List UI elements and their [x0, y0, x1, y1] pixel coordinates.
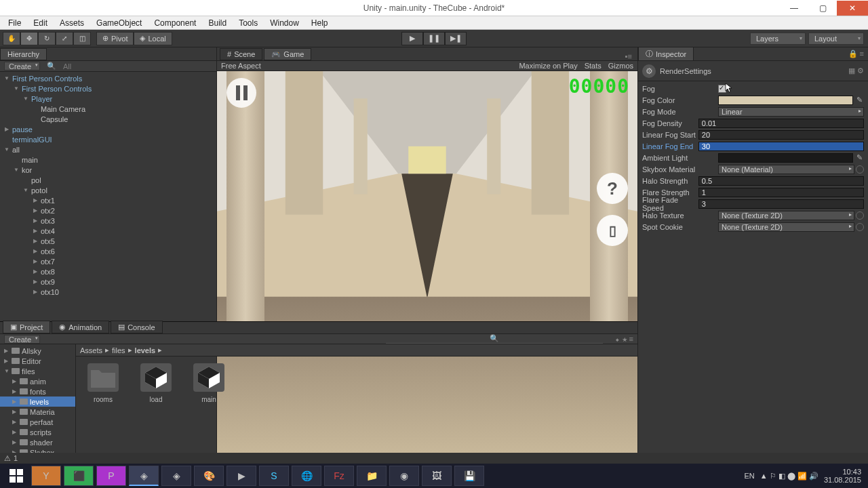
window-minimize-button[interactable]: —: [780, 1, 808, 16]
text-field[interactable]: [698, 119, 864, 128]
project-search-input[interactable]: 🔍: [386, 334, 603, 344]
tray-lang[interactable]: EN: [744, 472, 754, 480]
hierarchy-item[interactable]: ▶otx4: [0, 226, 216, 236]
hierarchy-item[interactable]: Capsule: [0, 114, 216, 124]
menu-tools[interactable]: Tools: [233, 17, 263, 29]
taskbar-filezilla[interactable]: Fz: [324, 466, 354, 486]
asset-item[interactable]: main: [189, 363, 229, 451]
layers-dropdown[interactable]: Layers: [750, 33, 806, 45]
object-field[interactable]: None (Texture 2D): [718, 222, 854, 232]
taskbar-app-1[interactable]: Y: [31, 466, 61, 486]
text-field[interactable]: [698, 142, 864, 151]
taskbar-explorer[interactable]: 📁: [357, 466, 387, 486]
start-button[interactable]: [3, 466, 30, 486]
play-button[interactable]: ▶: [401, 32, 423, 45]
local-button[interactable]: ◈Local: [134, 32, 172, 45]
color-field[interactable]: [718, 96, 853, 105]
stats-toggle[interactable]: Stats: [585, 62, 601, 70]
inspector-lock-icon[interactable]: 🔒 ≡: [848, 49, 868, 58]
project-folder-item[interactable]: ▶Allsky: [0, 346, 75, 356]
project-folder-item[interactable]: ▶fonts: [0, 386, 75, 396]
project-filter-icons[interactable]: ⬥ ★ ≡: [615, 335, 633, 343]
maximize-on-play-toggle[interactable]: Maximize on Play: [519, 62, 577, 70]
object-picker-icon[interactable]: [856, 211, 864, 220]
hierarchy-item[interactable]: ▼Player: [0, 94, 216, 104]
hierarchy-item[interactable]: ▶otx1: [0, 195, 216, 205]
hierarchy-item[interactable]: ▶otx3: [0, 216, 216, 226]
hierarchy-item[interactable]: ▶pause: [0, 124, 216, 134]
project-breadcrumb[interactable]: Assets▸ files▸ levels▸: [76, 344, 637, 357]
layout-dropdown[interactable]: Layout: [808, 33, 864, 45]
panel-menu-icon[interactable]: ▪≡: [625, 52, 632, 60]
hierarchy-item[interactable]: ▼First Person Controls: [0, 83, 216, 94]
hierarchy-create-dropdown[interactable]: Create: [4, 62, 40, 70]
hierarchy-item[interactable]: ▶otx8: [0, 266, 216, 277]
menu-file[interactable]: File: [3, 17, 26, 29]
hierarchy-item[interactable]: ▶otx10: [0, 287, 216, 297]
taskbar-app-2[interactable]: ⬛: [64, 466, 94, 486]
project-folder-item[interactable]: ▶anim: [0, 376, 75, 386]
asset-item[interactable]: load: [136, 363, 176, 451]
project-assets-grid[interactable]: roomsloadmain: [76, 357, 637, 458]
tray-clock[interactable]: 10:4331.08.2015: [824, 468, 861, 484]
project-create-dropdown[interactable]: Create: [4, 335, 40, 344]
project-folder-item[interactable]: ▶levels: [0, 396, 75, 407]
hand-tool-button[interactable]: ✋: [3, 32, 20, 45]
scale-tool-button[interactable]: ⤢: [56, 32, 73, 45]
hierarchy-item[interactable]: ▼kor: [0, 165, 216, 175]
checkbox[interactable]: [718, 85, 726, 93]
taskbar-app-6[interactable]: 🎨: [194, 466, 224, 486]
taskbar-app-9[interactable]: 🌐: [292, 466, 321, 486]
object-picker-icon[interactable]: [856, 223, 864, 231]
project-folder-item[interactable]: ▶Editor: [0, 356, 75, 366]
step-button[interactable]: ▶❚: [445, 32, 467, 45]
project-folder-item[interactable]: ▶perfaat: [0, 417, 75, 427]
hierarchy-item[interactable]: ▼First Person Controls: [0, 73, 216, 83]
tray-icons[interactable]: ▲ ⚐ ◧ ⬤ 📶 🔊: [760, 472, 818, 481]
window-maximize-button[interactable]: ▢: [808, 1, 837, 16]
taskbar-app-3[interactable]: P: [96, 466, 126, 486]
game-door-button[interactable]: ▯: [597, 215, 628, 246]
menu-help[interactable]: Help: [306, 17, 334, 29]
taskbar-skype[interactable]: S: [259, 466, 289, 486]
menu-gameobject[interactable]: GameObject: [91, 17, 147, 29]
gizmos-toggle[interactable]: Gizmos: [608, 62, 633, 70]
hierarchy-item[interactable]: terminalGUI: [0, 134, 216, 144]
scene-tab[interactable]: #Scene: [220, 48, 262, 60]
text-field[interactable]: [698, 176, 864, 186]
menu-window[interactable]: Window: [264, 17, 304, 29]
warning-icon[interactable]: ⚠: [4, 454, 11, 463]
taskbar-unity[interactable]: ◈: [129, 466, 159, 486]
hierarchy-item[interactable]: main: [0, 155, 216, 165]
hierarchy-item[interactable]: ▼all: [0, 144, 216, 155]
project-tab[interactable]: ▣ Project: [3, 321, 50, 333]
dropdown-field[interactable]: Linear: [718, 107, 864, 117]
project-folder-item[interactable]: ▶scripts: [0, 427, 75, 437]
color-field[interactable]: [718, 153, 853, 163]
eyedropper-icon[interactable]: ✎: [854, 153, 864, 162]
menu-assets[interactable]: Assets: [54, 17, 90, 29]
asset-item[interactable]: rooms: [83, 363, 123, 451]
game-tab[interactable]: 🎮Game: [264, 48, 311, 60]
component-help-icon[interactable]: ▦ ⚙: [848, 66, 864, 75]
project-folder-item[interactable]: ▶Materia: [0, 407, 75, 417]
text-field[interactable]: [698, 199, 864, 209]
pause-button[interactable]: ❚❚: [423, 32, 445, 45]
taskbar-app-14[interactable]: 💾: [454, 466, 484, 486]
rect-tool-button[interactable]: ◫: [73, 32, 91, 45]
game-pause-button[interactable]: [226, 78, 256, 108]
taskbar-app-7[interactable]: ▶: [226, 466, 256, 486]
pivot-button[interactable]: ⊕Pivot: [96, 32, 134, 45]
hierarchy-item[interactable]: ▶otx9: [0, 277, 216, 287]
taskbar-app-13[interactable]: 🖼: [422, 466, 452, 486]
move-tool-button[interactable]: ✥: [20, 32, 38, 45]
text-field[interactable]: [698, 130, 864, 140]
console-tab[interactable]: ▤ Console: [111, 321, 162, 333]
taskbar-app-5[interactable]: ◈: [161, 466, 191, 486]
animation-tab[interactable]: ◉ Animation: [52, 321, 109, 333]
project-folder-item[interactable]: ▶shader: [0, 437, 75, 447]
rotate-tool-button[interactable]: ↻: [38, 32, 56, 45]
hierarchy-item[interactable]: Main Camera: [0, 104, 216, 114]
hierarchy-item[interactable]: pol: [0, 175, 216, 185]
hierarchy-item[interactable]: ▼potol: [0, 185, 216, 195]
